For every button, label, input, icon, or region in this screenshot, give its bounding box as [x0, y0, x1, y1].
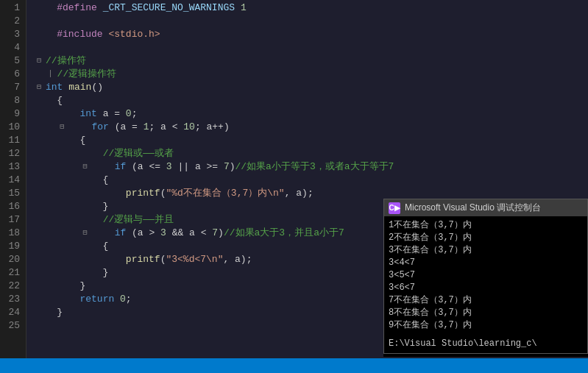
console-prompt-line: E:\Visual Studio\learning_c\	[389, 338, 583, 350]
code-line-11: {	[34, 134, 588, 147]
code-line-10: ⊟ for (a = 1; a < 10; a++)	[34, 121, 588, 134]
console-app-icon: C▶	[389, 202, 400, 214]
console-window: C▶ Microsoft Visual Studio 调试控制台 1不在集合（3…	[383, 199, 588, 354]
console-output: 1不在集合（3,7）内 2不在集合（3,7）内 3不在集合（3,7）内 3<4<…	[384, 216, 587, 335]
code-line-1: #define _CRT_SECURE_NO_WARNINGS 1	[34, 1, 588, 15]
code-line-7: ⊟int main()	[34, 81, 588, 94]
fold-icon-10[interactable]: ⊟	[57, 122, 67, 132]
code-line-9: int a = 0;	[34, 107, 588, 121]
fold-icon-6[interactable]: |	[46, 69, 56, 79]
console-titlebar: C▶ Microsoft Visual Studio 调试控制台	[384, 199, 587, 216]
fold-icon-7[interactable]: ⊟	[34, 82, 44, 93]
console-line-6: 3<6<7	[389, 282, 583, 294]
fold-icon-13[interactable]: ⊟	[79, 162, 90, 172]
console-prompt: E:\Visual Studio\learning_c\	[384, 335, 587, 353]
code-line-3: #include <stdio.h>	[34, 28, 588, 41]
console-line-7: 7不在集合（3,7）内	[389, 294, 583, 307]
code-line-6: |//逻辑操作符	[34, 68, 588, 81]
code-line-4	[34, 41, 588, 54]
fold-icon-5[interactable]: ⊟	[34, 56, 44, 66]
console-line-3: 3不在集合（3,7）内	[389, 244, 583, 257]
console-title: Microsoft Visual Studio 调试控制台	[405, 202, 541, 214]
console-line-2: 2不在集合（3,7）内	[389, 232, 583, 244]
console-line-8: 8不在集合（3,7）内	[389, 307, 583, 319]
status-bar	[0, 358, 588, 373]
console-line-1: 1不在集合（3,7）内	[389, 219, 583, 232]
code-line-8: {	[34, 94, 588, 107]
console-line-4: 3<4<7	[389, 257, 583, 269]
editor-container: 1 2 3 4 5 6 7 8 9 10 11 12 13 14 15 16 1…	[0, 0, 588, 373]
code-line-13: ⊟ if (a <= 3 || a >= 7)//如果a小于等于3，或者a大于等…	[34, 160, 588, 174]
console-line-9: 9不在集合（3,7）内	[389, 319, 583, 332]
console-line-5: 3<5<7	[389, 269, 583, 282]
code-line-12: //逻辑或——或者	[34, 147, 588, 160]
code-line-2	[34, 15, 588, 28]
fold-icon-18[interactable]: ⊟	[79, 228, 90, 238]
line-numbers: 1 2 3 4 5 6 7 8 9 10 11 12 13 14 15 16 1…	[0, 0, 26, 373]
code-line-5: ⊟//操作符	[34, 54, 588, 68]
code-line-14: {	[34, 174, 588, 187]
